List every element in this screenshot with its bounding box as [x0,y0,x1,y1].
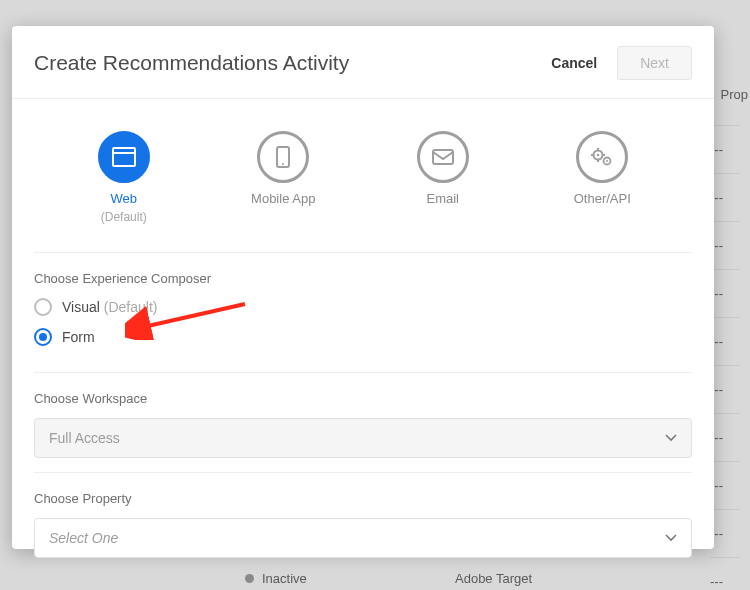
bg-row-cell: --- [710,557,740,590]
svg-rect-4 [433,150,453,164]
property-section: Choose Property Select One [34,473,692,558]
bg-row-cell: --- [710,365,740,413]
bg-row-cell: --- [710,509,740,557]
channel-sublabel: (Default) [101,210,147,224]
svg-point-3 [282,163,284,165]
bg-row-cell: --- [710,221,740,269]
channel-email[interactable]: Email [373,131,513,206]
bg-product: Adobe Target [455,571,532,586]
modal-body: Web (Default) Mobile App Email [12,99,714,558]
radio-icon [34,328,52,346]
next-button[interactable]: Next [617,46,692,80]
chevron-down-icon [665,534,677,542]
radio-icon [34,298,52,316]
bg-row-cell: --- [710,173,740,221]
channel-mobile[interactable]: Mobile App [213,131,353,206]
radio-label: Visual (Default) [62,299,157,315]
composer-form-radio[interactable]: Form [34,328,692,346]
email-icon [417,131,469,183]
bg-status: Inactive [245,571,307,586]
cancel-button[interactable]: Cancel [551,55,597,71]
channel-other[interactable]: Other/API [532,131,672,206]
channel-label: Web [111,191,138,206]
composer-visual-radio[interactable]: Visual (Default) [34,298,692,316]
svg-point-6 [597,154,600,157]
create-activity-modal: Create Recommendations Activity Cancel N… [12,26,714,549]
bg-row-cell: --- [710,317,740,365]
bg-row-cell: --- [710,461,740,509]
bg-row-cell: --- [710,269,740,317]
bg-row-cell: --- [710,413,740,461]
select-value: Full Access [49,430,120,446]
channel-label: Email [426,191,459,206]
modal-actions: Cancel Next [551,46,692,80]
channel-picker: Web (Default) Mobile App Email [34,99,692,253]
modal-header: Create Recommendations Activity Cancel N… [12,26,714,99]
bg-row-cell: --- [710,125,740,173]
status-dot-icon [245,574,254,583]
channel-web[interactable]: Web (Default) [54,131,194,224]
property-select[interactable]: Select One [34,518,692,558]
svg-rect-0 [113,148,135,166]
channel-label: Mobile App [251,191,315,206]
workspace-select[interactable]: Full Access [34,418,692,458]
svg-point-12 [606,160,608,162]
gears-icon [576,131,628,183]
bg-status-text: Inactive [262,571,307,586]
mobile-icon [257,131,309,183]
section-title: Choose Property [34,491,692,506]
web-icon [98,131,150,183]
experience-composer-section: Choose Experience Composer Visual (Defau… [34,253,692,373]
radio-label: Form [62,329,95,345]
section-title: Choose Workspace [34,391,692,406]
modal-title: Create Recommendations Activity [34,51,349,75]
workspace-section: Choose Workspace Full Access [34,373,692,473]
section-title: Choose Experience Composer [34,271,692,286]
bg-column-property: Prop [721,87,748,102]
select-value: Select One [49,530,118,546]
chevron-down-icon [665,434,677,442]
channel-label: Other/API [574,191,631,206]
